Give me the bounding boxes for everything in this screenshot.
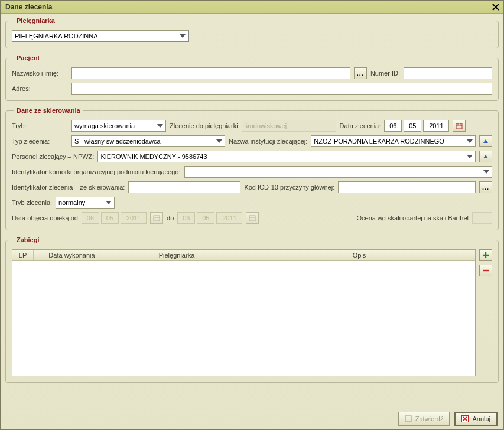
- inst-label: Nazwa instytucji zlecającej:: [229, 138, 307, 145]
- zabiegi-add-button[interactable]: [479, 249, 492, 261]
- content: Pielęgniarka PIELĘGNIARKA RODZINNA Pacje…: [1, 14, 503, 415]
- close-icon: [492, 4, 499, 11]
- calendar-icon: [456, 122, 463, 129]
- zlec-nurse-select: środowiskowej: [242, 120, 336, 132]
- zlec-nurse-label: Zlecenie do pielęgniarki: [170, 122, 238, 129]
- referral-legend: Dane ze skierowania: [14, 107, 83, 114]
- order-date-month[interactable]: [404, 120, 421, 132]
- cancel-button[interactable]: Anuluj: [454, 412, 498, 426]
- referral-fieldset: Dane ze skierowania Tryb: wymaga skierow…: [5, 107, 499, 230]
- name-lookup-button[interactable]: ...: [354, 67, 367, 79]
- zabiegi-table[interactable]: LP Data wykonania Pielęgniarka Opis: [12, 249, 476, 376]
- personel-up-button[interactable]: [479, 151, 492, 162]
- svg-rect-4: [154, 216, 160, 221]
- icd-input[interactable]: [338, 181, 476, 193]
- cancel-label: Anuluj: [472, 415, 490, 422]
- zabiegi-legend: Zabiegi: [14, 236, 42, 243]
- opieka-to-year: [216, 212, 242, 224]
- zabiegi-table-wrap: LP Data wykonania Pielęgniarka Opis: [12, 249, 476, 376]
- order-date-year[interactable]: [423, 120, 449, 132]
- barthel-select: [472, 212, 492, 224]
- address-label: Adres:: [12, 85, 68, 92]
- zabiegi-header-row: LP Data wykonania Pielęgniarka Opis: [12, 250, 475, 261]
- confirm-icon: [405, 415, 412, 422]
- triangle-up-icon: [483, 138, 489, 144]
- personel-label: Personel zlecający – NPWZ:: [12, 153, 94, 160]
- barthel-label: Ocena wg skali opartej na skali Barthel: [356, 214, 469, 221]
- nurse-legend: Pielęgniarka: [14, 17, 57, 24]
- svg-rect-0: [456, 123, 462, 129]
- opieka-from-group: [82, 212, 147, 224]
- idkom-select[interactable]: [184, 166, 492, 178]
- col-opis[interactable]: Opis: [243, 250, 475, 260]
- name-input[interactable]: [71, 67, 350, 79]
- order-date-calendar-button[interactable]: [453, 120, 466, 132]
- ellipsis-icon: ...: [357, 70, 364, 77]
- order-date-group: [384, 120, 449, 132]
- nurse-fieldset: Pielęgniarka PIELĘGNIARKA RODZINNA: [5, 17, 499, 48]
- icd-lookup-button[interactable]: ...: [479, 181, 492, 193]
- inst-select[interactable]: NZOZ-PORADNIA LEKARZA RODZINNEGO: [311, 135, 476, 147]
- inst-up-button[interactable]: [479, 135, 492, 147]
- typ-label: Typ zlecenia:: [12, 138, 68, 145]
- svg-rect-6: [249, 216, 255, 221]
- date-label: Data zlecenia:: [340, 122, 381, 129]
- confirm-label: Zatwierdź: [415, 415, 444, 422]
- patient-fieldset: Pacjent Nazwisko i imię: ... Numer ID: A…: [5, 54, 499, 101]
- nurse-select[interactable]: PIELĘGNIARKA RODZINNA: [12, 30, 189, 42]
- window-title: Dane zlecenia: [5, 3, 52, 11]
- opieka-label: Data objęcia opieką od: [12, 214, 78, 221]
- close-button[interactable]: [490, 2, 501, 12]
- do-label: do: [167, 214, 174, 221]
- zabiegi-side-buttons: [479, 249, 492, 276]
- tryb-label: Tryb:: [12, 122, 68, 129]
- calendar-icon: [249, 214, 256, 221]
- plus-icon: [482, 252, 489, 259]
- opieka-to-calendar-button: [246, 212, 259, 224]
- id-input[interactable]: [404, 67, 492, 79]
- opieka-from-day: [82, 212, 99, 224]
- tryb2-select[interactable]: normalny: [56, 197, 115, 209]
- confirm-button: Zatwierdź: [398, 412, 450, 426]
- cancel-icon: [461, 415, 469, 422]
- opieka-from-month: [101, 212, 119, 224]
- zabiegi-remove-button[interactable]: [479, 265, 492, 276]
- opieka-to-month: [197, 212, 214, 224]
- order-dialog: Dane zlecenia Pielęgniarka PIELĘGNIARKA …: [0, 0, 504, 430]
- icd-label: Kod ICD-10 przyczyny głównej:: [244, 184, 334, 191]
- ellipsis-icon: ...: [482, 184, 489, 191]
- id-label: Numer ID:: [370, 70, 400, 77]
- idkom-label: Identyfikator komórki organizacyjnej pod…: [12, 168, 181, 175]
- tryb-select[interactable]: wymaga skierowania: [71, 120, 166, 132]
- order-date-day[interactable]: [384, 120, 402, 132]
- idzlec-input[interactable]: [128, 181, 240, 193]
- dialog-footer: Zatwierdź Anuluj: [398, 412, 498, 426]
- opieka-from-calendar-button: [150, 212, 163, 224]
- idzlec-label: Identyfikator zlecenia – ze skierowania:: [12, 184, 125, 191]
- address-input[interactable]: [71, 83, 492, 95]
- personel-select[interactable]: KIEROWNIK MEDYCZNY - 9586743: [97, 151, 476, 162]
- calendar-icon: [153, 214, 160, 221]
- minus-icon: [482, 267, 489, 274]
- col-nurse[interactable]: Pielęgniarka: [110, 250, 243, 260]
- zabiegi-fieldset: Zabiegi LP Data wykonania Pielęgniarka O…: [5, 236, 499, 383]
- opieka-to-day: [177, 212, 195, 224]
- titlebar: Dane zlecenia: [1, 1, 503, 14]
- opieka-from-year: [121, 212, 147, 224]
- tryb2-label: Tryb zlecenia:: [12, 199, 52, 206]
- name-label: Nazwisko i imię:: [12, 70, 68, 77]
- patient-legend: Pacjent: [14, 54, 42, 61]
- triangle-up-icon: [483, 154, 489, 159]
- col-date[interactable]: Data wykonania: [34, 250, 110, 260]
- opieka-to-group: [177, 212, 242, 224]
- typ-select[interactable]: S - własny świadczeniodawca: [71, 135, 225, 147]
- svg-rect-8: [405, 416, 411, 422]
- col-lp[interactable]: LP: [12, 250, 34, 260]
